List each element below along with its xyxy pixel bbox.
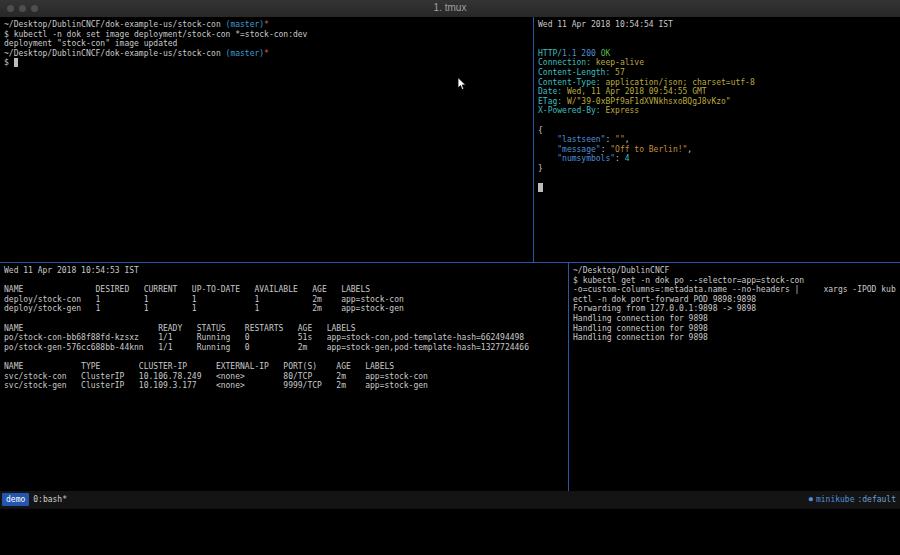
terminal-line: $ kubectl get -n dok po --selector=app=s… (573, 276, 900, 286)
terminal-text: "Off to Berlin!" (610, 145, 687, 154)
terminal-line: po/stock-con-bb68f88fd-kzsxz 1/1 Running… (4, 333, 568, 343)
terminal-line (538, 30, 900, 40)
terminal-text: Handling connection for 9898 (573, 324, 708, 333)
desktop: 1. tmux ~/Desktop/DublinCNCF/dok-example… (0, 0, 900, 555)
terminal-line: svc/stock-con ClusterIP 10.106.78.249 <n… (4, 372, 568, 382)
terminal-text: svc/stock-gen ClusterIP 10.109.3.177 <no… (4, 381, 428, 390)
terminal-text: X-Powered-By: (538, 106, 601, 115)
terminal-text: NAME READY STATUS RESTARTS AGE LABELS (4, 324, 356, 333)
window-title: 1. tmux (0, 2, 900, 13)
terminal-text: Forwarding from 127.0.0.1:9898 -> 9898 (573, 304, 756, 313)
kube-context-name: minikube (816, 491, 855, 508)
terminal-text: "lastseen" (557, 135, 605, 144)
terminal-line: deploy/stock-gen 1 1 1 1 2m app=stock-ge… (4, 304, 568, 314)
tmux-status-bar: demo 0:bash* ● minikube :default (0, 491, 900, 508)
terminal-text: ETag: (538, 97, 562, 106)
terminal-text: "message" (557, 145, 600, 154)
terminal-line: NAME READY STATUS RESTARTS AGE LABELS (4, 324, 568, 334)
terminal-text: , (625, 135, 630, 144)
terminal-line: "message": "Off to Berlin!", (538, 145, 900, 155)
terminal-line: ~/Desktop/DublinCNCF (573, 266, 900, 276)
terminal-text: * (264, 49, 269, 58)
terminal-line: Handling connection for 9898 (573, 314, 900, 324)
terminal-text: * (264, 20, 269, 29)
terminal-text: deploy/stock-con 1 1 1 1 2m app=stock-co… (4, 295, 404, 304)
terminal-text: : (601, 145, 611, 154)
pane-bottom-right-port-forward[interactable]: ~/Desktop/DublinCNCF$ kubectl get -n dok… (569, 263, 900, 492)
terminal-text: ~/Desktop/DublinCNCF (573, 266, 669, 275)
terminal-text: "numsymbols" (557, 154, 615, 163)
terminal-text: Wed, 11 Apr 2018 09:54:55 GMT (562, 87, 707, 96)
terminal-text: po/stock-con-bb68f88fd-kzsxz 1/1 Running… (4, 333, 524, 342)
terminal-text: -o=custom-columns=:metadata.name --no-he… (573, 285, 896, 294)
terminal-text: $ (4, 58, 14, 67)
terminal-text: : (605, 135, 615, 144)
terminal-line: $ kubectl -n dok set image deployment/st… (4, 30, 533, 40)
terminal-text: ectl -n dok port-forward POD 9898:9898 (573, 295, 756, 304)
window-titlebar[interactable]: 1. tmux (0, 0, 900, 18)
terminal-text: { (538, 126, 543, 135)
terminal-line: deployment "stock-con" image updated (4, 39, 533, 49)
terminal-text: 57 (610, 68, 624, 77)
terminal-text: svc/stock-con ClusterIP 10.106.78.249 <n… (4, 372, 428, 381)
pane-bottom-left-kubectl-watch[interactable]: Wed 11 Apr 2018 10:54:53 IST NAME DESIRE… (0, 263, 569, 492)
terminal-text: 1.1 (562, 49, 581, 58)
terminal-text: Date: (538, 87, 562, 96)
terminal-text: : (615, 154, 625, 163)
terminal-line: Wed 11 Apr 2018 10:54:54 IST (538, 20, 900, 30)
terminal-text (538, 154, 557, 163)
terminal-text: deploy/stock-gen 1 1 1 1 2m app=stock-ge… (4, 304, 404, 313)
terminal-text: Wed 11 Apr 2018 10:54:53 IST (4, 266, 139, 275)
terminal-line (538, 116, 900, 126)
terminal-line (4, 276, 568, 286)
terminal-window: 1. tmux ~/Desktop/DublinCNCF/dok-example… (0, 0, 900, 509)
terminal-text: Content-Length: (538, 68, 610, 77)
session-name-badge: demo (2, 493, 29, 506)
terminal-line: NAME DESIRED CURRENT UP-TO-DATE AVAILABL… (4, 285, 568, 295)
terminal-text: 200 (581, 49, 600, 58)
terminal-line: ~/Desktop/DublinCNCF/dok-example-us/stoc… (4, 20, 533, 30)
terminal-line: svc/stock-gen ClusterIP 10.109.3.177 <no… (4, 381, 568, 391)
terminal-line: ETag: W/"39-0xBPf9aF1dXVNkhsxoBQgJ8vKzo" (538, 97, 900, 107)
terminal-text: Content-Type: (538, 78, 601, 87)
terminal-line: Content-Length: 57 (538, 68, 900, 78)
terminal-text: NAME DESIRED CURRENT UP-TO-DATE AVAILABL… (4, 285, 370, 294)
terminal-text: , (687, 145, 692, 154)
terminal-line: Handling connection for 9898 (573, 324, 900, 334)
terminal-text: Express (601, 106, 640, 115)
terminal-text: Handling connection for 9898 (573, 314, 708, 323)
terminal-line: ectl -n dok port-forward POD 9898:9898 (573, 295, 900, 305)
terminal-line: Content-Type: application/json; charset=… (538, 78, 900, 88)
terminal-line: X-Powered-By: Express (538, 106, 900, 116)
terminal-line: Handling connection for 9898 (573, 333, 900, 343)
terminal-text: (master) (226, 20, 265, 29)
terminal-text: ~/Desktop/DublinCNCF/dok-example-us/stoc… (4, 49, 226, 58)
pane-top-right-http-response[interactable]: Wed 11 Apr 2018 10:54:54 IST HTTP/1.1 20… (534, 17, 900, 262)
terminal-text (538, 145, 557, 154)
terminal-line: ~/Desktop/DublinCNCF/dok-example-us/stoc… (4, 49, 533, 59)
terminal-text (14, 58, 19, 67)
terminal-text: application/json; charset=utf-8 (601, 78, 755, 87)
terminal-text: po/stock-gen-576cc688bb-44knn 1/1 Runnin… (4, 343, 529, 352)
terminal-text: (master) (226, 49, 265, 58)
pane-top-left-shell[interactable]: ~/Desktop/DublinCNCF/dok-example-us/stoc… (0, 17, 534, 262)
terminal-line: } (538, 164, 900, 174)
terminal-text: ~/Desktop/DublinCNCF/dok-example-us/stoc… (4, 20, 226, 29)
terminal-text: NAME TYPE CLUSTER-IP EXTERNAL-IP PORT(S)… (4, 362, 394, 371)
terminal-text (538, 135, 557, 144)
terminal-line (4, 314, 568, 324)
terminal-line: { (538, 126, 900, 136)
terminal-line: Forwarding from 127.0.0.1:9898 -> 9898 (573, 304, 900, 314)
terminal-line: Wed 11 Apr 2018 10:54:53 IST (4, 266, 568, 276)
terminal-text: Handling connection for 9898 (573, 333, 708, 342)
kube-context-namespace: :default (857, 491, 896, 508)
terminal-line (538, 183, 900, 193)
terminal-line: "numsymbols": 4 (538, 154, 900, 164)
terminal-line: -o=custom-columns=:metadata.name --no-he… (573, 285, 900, 295)
terminal-text: 4 (625, 154, 630, 163)
terminal-text: HTTP (538, 49, 557, 58)
terminal-text: "" (615, 135, 625, 144)
terminal-text: Connection: (538, 58, 591, 67)
window-tab-bash[interactable]: 0:bash* (33, 491, 67, 508)
terminal-line (538, 174, 900, 184)
